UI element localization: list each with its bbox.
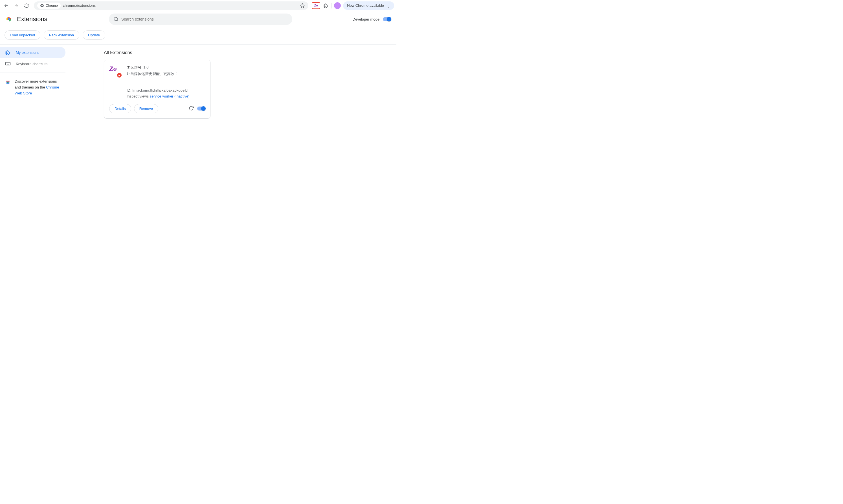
toggle-knob	[201, 106, 206, 111]
puzzle-icon	[323, 3, 328, 8]
forward-button[interactable]	[13, 2, 20, 10]
sidebar-item-label: Keyboard shortcuts	[16, 62, 47, 66]
svg-point-6	[114, 17, 117, 21]
update-notification[interactable]: New Chrome available ⋮	[343, 1, 394, 10]
remove-button[interactable]: Remove	[134, 104, 158, 113]
dev-toolbar: Load unpacked Pack extension Update	[0, 27, 396, 44]
sidebar-item-label: My extensions	[16, 51, 39, 55]
reload-extension-button[interactable]	[189, 106, 194, 111]
svg-point-5	[8, 18, 10, 20]
url-text: chrome://extensions	[63, 3, 298, 7]
svg-rect-8	[6, 62, 11, 65]
divider	[331, 3, 332, 8]
site-info-chip[interactable]: Chrome	[37, 2, 61, 9]
search-input[interactable]	[121, 17, 288, 21]
extension-description: 让自媒体运营更智能、更高效！	[127, 71, 205, 76]
toolbar-right: Zo New Chrome available ⋮	[312, 1, 394, 10]
svg-marker-2	[300, 3, 305, 7]
content-area: All Extensions Zo ▶ 零运营AI 1.0 让自媒体运营更智能、…	[68, 44, 396, 237]
extension-inspect-row: Inspect views service worker (Inactive)	[127, 94, 205, 100]
chrome-icon	[40, 4, 44, 7]
extension-card: Zo ▶ 零运营AI 1.0 让自媒体运营更智能、更高效！ ID: fmiack…	[104, 60, 210, 119]
extensions-menu-button[interactable]	[323, 2, 329, 9]
keyboard-icon	[5, 61, 11, 67]
profile-avatar[interactable]	[334, 2, 341, 9]
extension-meta: ID: fmiackomcffjdnfhckafoakaokddeibf Ins…	[127, 88, 205, 100]
webstore-icon	[5, 79, 11, 85]
bookmark-button[interactable]	[300, 3, 305, 8]
inspect-label: Inspect views	[127, 94, 150, 98]
extension-version: 1.0	[143, 65, 149, 70]
section-title: All Extensions	[104, 50, 396, 55]
reload-icon	[189, 106, 194, 111]
dev-mode-label: Developer mode	[352, 17, 379, 21]
details-button[interactable]: Details	[109, 104, 131, 113]
update-button[interactable]: Update	[83, 31, 105, 40]
site-label: Chrome	[46, 4, 58, 7]
extension-enable-toggle[interactable]	[197, 107, 205, 110]
dev-mode-toggle[interactable]	[383, 17, 391, 21]
id-label: ID:	[127, 88, 132, 92]
address-bar[interactable]: Chrome chrome://extensions	[34, 1, 308, 10]
extension-name: 零运营AI	[127, 65, 141, 70]
sidebar-item-keyboard-shortcuts[interactable]: Keyboard shortcuts	[0, 58, 66, 69]
toggle-knob	[387, 17, 391, 21]
chrome-logo-icon	[6, 16, 12, 22]
pack-extension-button[interactable]: Pack extension	[44, 31, 79, 40]
extension-id-row: ID: fmiackomcffjdnfhckafoakaokddeibf	[127, 88, 205, 94]
sidebar-item-my-extensions[interactable]: My extensions	[0, 47, 66, 58]
pinned-extension-icon[interactable]: Zo	[312, 2, 320, 9]
main-layout: My extensions Keyboard shortcuts Discove…	[0, 44, 396, 237]
extension-name-row: 零运营AI 1.0	[127, 65, 205, 70]
developer-mode-control: Developer mode	[352, 17, 391, 21]
extension-icon: Zo ▶	[109, 65, 121, 77]
sidebar-divider	[0, 72, 66, 72]
puzzle-icon	[5, 50, 11, 55]
discover-text-wrap: Discover more extensions and themes on t…	[15, 79, 61, 96]
extension-card-header: Zo ▶ 零运营AI 1.0 让自媒体运营更智能、更高效！ ID: fmiack…	[109, 65, 205, 100]
reload-icon	[24, 3, 29, 8]
extension-icon-main: Zo	[109, 65, 121, 72]
menu-icon: ⋮	[386, 3, 391, 8]
extension-info: 零运营AI 1.0 让自媒体运营更智能、更高效！ ID: fmiackomcff…	[127, 65, 205, 100]
arrow-right-icon	[14, 3, 19, 8]
discover-section: Discover more extensions and themes on t…	[0, 75, 66, 100]
extension-id: fmiackomcffjdnfhckafoakaokddeibf	[132, 88, 188, 92]
sidebar: My extensions Keyboard shortcuts Discove…	[0, 44, 68, 237]
browser-toolbar: Chrome chrome://extensions Zo New Chrome…	[0, 0, 396, 11]
search-box[interactable]	[109, 14, 292, 25]
service-worker-link[interactable]: service worker (Inactive)	[150, 94, 190, 98]
back-button[interactable]	[2, 2, 10, 10]
svg-point-1	[41, 5, 43, 6]
load-unpacked-button[interactable]: Load unpacked	[4, 31, 40, 40]
star-icon	[300, 3, 305, 8]
arrow-left-icon	[4, 3, 9, 8]
extension-card-footer: Details Remove	[109, 104, 205, 113]
page-title: Extensions	[17, 16, 47, 23]
page-header: Extensions Developer mode	[0, 11, 396, 27]
extension-icon-badge: ▶	[117, 73, 122, 77]
update-label: New Chrome available	[347, 3, 384, 7]
search-icon	[114, 17, 119, 22]
svg-line-7	[117, 20, 118, 21]
svg-point-14	[7, 82, 9, 84]
reload-button[interactable]	[22, 2, 31, 10]
